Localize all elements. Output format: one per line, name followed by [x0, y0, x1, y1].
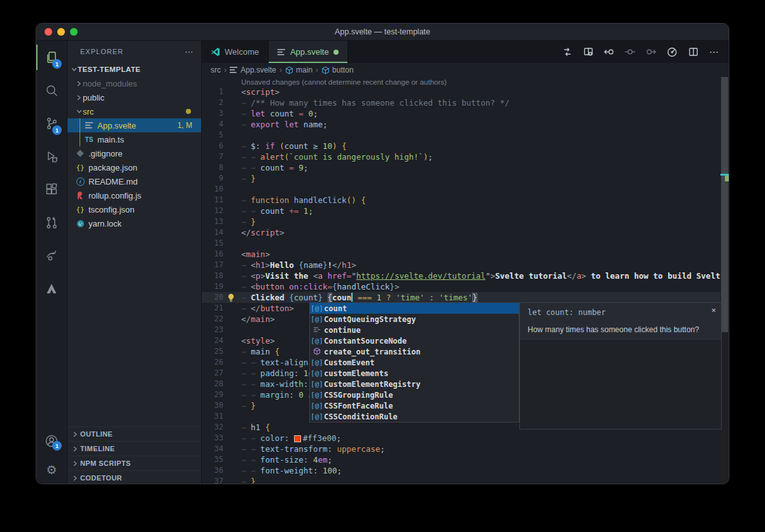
- line-number: 13: [202, 216, 223, 227]
- tour-position-icon[interactable]: [624, 46, 636, 58]
- code-line-11[interactable]: 11→ function handleClick() {: [202, 195, 729, 206]
- open-changes-icon[interactable]: [561, 46, 573, 58]
- line-number: 2: [202, 97, 223, 108]
- code-line-7[interactable]: 7→ → alert(`count is dangerously high!`)…: [202, 151, 729, 162]
- suggestion-ConstantSourceNode[interactable]: [@]ConstantSourceNode: [310, 335, 519, 346]
- split-editor-icon[interactable]: [687, 46, 699, 58]
- breadcrumb-item-app-svelte[interactable]: App.svelte: [230, 66, 276, 74]
- indent-guide: [80, 132, 80, 146]
- activity-item-azure[interactable]: [36, 272, 67, 305]
- code-line-37[interactable]: 37→ }: [202, 476, 729, 484]
- open-preview-icon[interactable]: [582, 46, 594, 58]
- suggestion-customElements[interactable]: [@]customElements: [310, 368, 519, 379]
- tab-app-svelte[interactable]: App.svelte: [269, 41, 348, 63]
- file-node_modules[interactable]: node_modules: [67, 76, 201, 90]
- code-line-10[interactable]: 10: [202, 184, 729, 195]
- activity-item-live-share[interactable]: [36, 239, 67, 272]
- tree-root[interactable]: TEST-TEMPLATE: [67, 62, 201, 76]
- breadcrumb-item-main[interactable]: main: [285, 66, 312, 74]
- file-label: README.md: [88, 177, 201, 186]
- panel-timeline[interactable]: TIMELINE: [67, 441, 201, 456]
- activity-item-source-control[interactable]: 1: [36, 107, 67, 140]
- activity-item-github-pull-requests[interactable]: [36, 206, 67, 239]
- activity-item-explorer[interactable]: 1: [36, 41, 67, 74]
- code-line-2[interactable]: 2→ /** How many times has someone clicke…: [202, 97, 729, 108]
- file-tree: TEST-TEMPLATEnode_modulespublicsrcApp.sv…: [67, 62, 201, 230]
- line-number: 27: [202, 368, 223, 379]
- panel-npm-scripts[interactable]: NPM SCRIPTS: [67, 456, 201, 470]
- activity-item-extensions[interactable]: [36, 173, 67, 206]
- suggestion-CountQueuingStrategy[interactable]: [@]CountQueuingStrategy: [310, 314, 519, 325]
- file-README.md[interactable]: iREADME.md: [67, 174, 201, 188]
- code-line-3[interactable]: 3→ let count = 0;: [202, 108, 729, 119]
- breadcrumb[interactable]: src›App.svelte›main›button: [202, 63, 729, 77]
- code-line-5[interactable]: 5: [202, 130, 729, 141]
- file-yarn.lock[interactable]: yarn.lock: [67, 216, 201, 230]
- line-number: 37: [202, 476, 223, 484]
- suggestion-count[interactable]: [@]count: [310, 303, 519, 314]
- line-number: 5: [202, 130, 223, 141]
- code-line-33[interactable]: 33→ → color: #ff3e00;: [202, 433, 729, 444]
- code-line-8[interactable]: 8→ → count = 9;: [202, 162, 729, 173]
- breadcrumb-item-src[interactable]: src: [211, 66, 221, 74]
- azure-icon: [45, 282, 59, 296]
- breadcrumb-item-button[interactable]: button: [321, 66, 353, 74]
- file-main.ts[interactable]: TSmain.ts: [67, 132, 201, 146]
- code-line-14[interactable]: 14</script>: [202, 227, 729, 238]
- code-line-4[interactable]: 4→ export let name;: [202, 119, 729, 130]
- more-actions-icon[interactable]: ⋯: [708, 46, 720, 58]
- line-number: 26: [202, 357, 223, 368]
- close-icon[interactable]: ×: [711, 305, 716, 315]
- code-line-19[interactable]: 19→ <button on:click={handleClick}>: [202, 281, 729, 292]
- code-line-17[interactable]: 17→ <h1>Hello {name}!</h1>: [202, 260, 729, 270]
- suggestion-CustomEvent[interactable]: [@]CustomEvent: [310, 357, 519, 368]
- suggestion-CSSConditionRule[interactable]: [@]CSSConditionRule: [310, 411, 519, 422]
- tour-back-icon[interactable]: [603, 46, 615, 58]
- suggestion-CustomElementRegistry[interactable]: [@]CustomElementRegistry: [310, 379, 519, 389]
- code-line-12[interactable]: 12→ → count += 1;: [202, 206, 729, 216]
- vscode-logo-icon: [211, 47, 220, 57]
- svelte-file-icon: [84, 122, 94, 129]
- panel-codetour[interactable]: CODETOUR: [67, 470, 201, 484]
- chevron-right-icon: [71, 461, 79, 466]
- suggestion-create_out_transition[interactable]: create_out_transition: [310, 346, 519, 357]
- file-src[interactable]: src: [67, 104, 201, 118]
- run-tour-icon[interactable]: [666, 46, 678, 58]
- code-line-35[interactable]: 35→ → font-size: 4em;: [202, 454, 729, 465]
- suggestion-CSSGroupingRule[interactable]: [@]CSSGroupingRule: [310, 389, 519, 400]
- panel-outline[interactable]: OUTLINE: [67, 426, 201, 441]
- code-line-15[interactable]: 15: [202, 238, 729, 249]
- color-swatch[interactable]: [295, 436, 300, 442]
- code-line-6[interactable]: 6→ $: if (count ≥ 10) {: [202, 141, 729, 151]
- code-line-18[interactable]: 18→ <p>Visit the <a href="https://svelte…: [202, 270, 729, 281]
- code-line-1[interactable]: 1<script>: [202, 87, 729, 97]
- suggestion-CSSFontFaceRule[interactable]: [@]CSSFontFaceRule: [310, 400, 519, 411]
- activity-item-accounts[interactable]: 1: [36, 426, 67, 456]
- file-public[interactable]: public: [67, 90, 201, 104]
- code-line-9[interactable]: 9→ }: [202, 173, 729, 184]
- git-blame-codelens[interactable]: Unsaved changes (cannot determine recent…: [241, 77, 729, 87]
- tour-forward-icon[interactable]: [645, 46, 657, 58]
- scrollbar-thumb[interactable]: [721, 77, 728, 332]
- overview-modified-marker: [725, 176, 729, 181]
- code-line-36[interactable]: 36→ → font-weight: 100;: [202, 465, 729, 476]
- line-number: 17: [202, 260, 223, 270]
- file-.gitignore[interactable]: .gitignore: [67, 146, 201, 160]
- tab-welcome[interactable]: Welcome: [202, 41, 269, 63]
- file-package.json[interactable]: {}package.json: [67, 160, 201, 174]
- chevron-right-icon: [71, 446, 79, 452]
- code-line-16[interactable]: 16<main>: [202, 249, 729, 260]
- intellisense-widget: [@]count[@]CountQueuingStrategycontinue[…: [309, 302, 722, 430]
- code-line-34[interactable]: 34→ → text-transform: uppercase;: [202, 444, 729, 454]
- suggestion-continue[interactable]: continue: [310, 325, 519, 335]
- file-rollup.config.js[interactable]: rollup.config.js: [67, 188, 201, 202]
- file-tsconfig.json[interactable]: {}tsconfig.json: [67, 202, 201, 216]
- activity-item-settings[interactable]: ⚙: [36, 456, 67, 484]
- code-line-13[interactable]: 13→ }: [202, 216, 729, 227]
- unsaved-dot[interactable]: [333, 50, 339, 55]
- code-line-20[interactable]: 20→ Clicked {count} {coun === 1 ? 'time'…: [202, 292, 729, 303]
- activity-item-search[interactable]: [36, 74, 67, 107]
- file-App.svelte[interactable]: App.svelte1, M: [67, 118, 201, 132]
- activity-item-run-and-debug[interactable]: [36, 140, 67, 173]
- explorer-more-actions-icon[interactable]: ⋯: [185, 46, 193, 57]
